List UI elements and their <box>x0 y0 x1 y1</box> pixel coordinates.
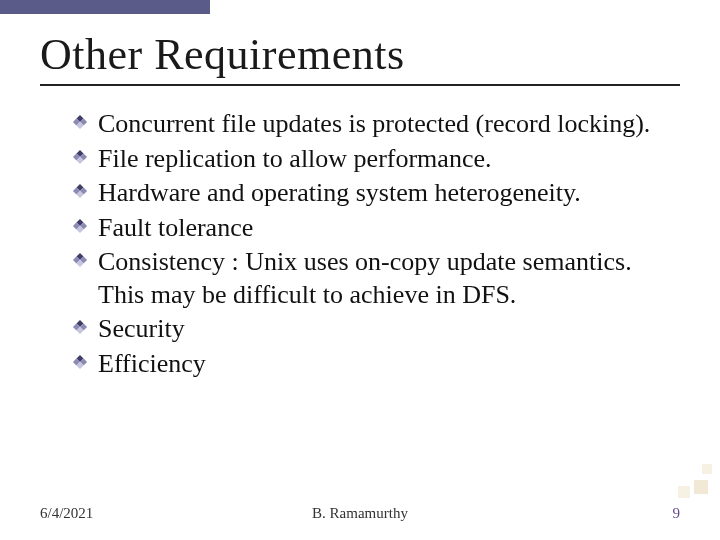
bullet-text: Fault tolerance <box>98 213 253 242</box>
diamond-bullet-icon <box>72 114 88 130</box>
list-item: Consistency : Unix uses on-copy update s… <box>72 246 680 311</box>
diamond-bullet-icon <box>72 183 88 199</box>
footer-author: B. Ramamurthy <box>312 505 408 522</box>
diamond-bullet-icon <box>72 252 88 268</box>
footer-page-number: 9 <box>673 505 681 522</box>
svg-rect-30 <box>702 464 712 474</box>
diamond-bullet-icon <box>72 149 88 165</box>
bullet-text: Consistency : Unix uses on-copy update s… <box>98 247 632 309</box>
page-title: Other Requirements <box>40 32 680 78</box>
slide-body: Other Requirements Concurrent file updat… <box>0 0 720 380</box>
svg-rect-28 <box>694 480 708 494</box>
list-item: Concurrent file updates is protected (re… <box>72 108 680 141</box>
bullet-text: File replication to allow performance. <box>98 144 491 173</box>
list-item: Fault tolerance <box>72 212 680 245</box>
svg-rect-29 <box>678 486 690 498</box>
diamond-bullet-icon <box>72 319 88 335</box>
top-accent-bar <box>0 0 210 14</box>
bullet-list: Concurrent file updates is protected (re… <box>40 108 680 380</box>
bullet-text: Hardware and operating system heterogene… <box>98 178 581 207</box>
diamond-bullet-icon <box>72 354 88 370</box>
bullet-text: Efficiency <box>98 349 206 378</box>
footer-date: 6/4/2021 <box>40 505 93 522</box>
list-item: Security <box>72 313 680 346</box>
bullet-text: Security <box>98 314 185 343</box>
list-item: Efficiency <box>72 348 680 381</box>
slide-footer: 6/4/2021 B. Ramamurthy 9 <box>0 505 720 522</box>
title-rule <box>40 84 680 86</box>
list-item: File replication to allow performance. <box>72 143 680 176</box>
corner-decoration-icon <box>654 440 714 500</box>
diamond-bullet-icon <box>72 218 88 234</box>
list-item: Hardware and operating system heterogene… <box>72 177 680 210</box>
bullet-text: Concurrent file updates is protected (re… <box>98 109 650 138</box>
